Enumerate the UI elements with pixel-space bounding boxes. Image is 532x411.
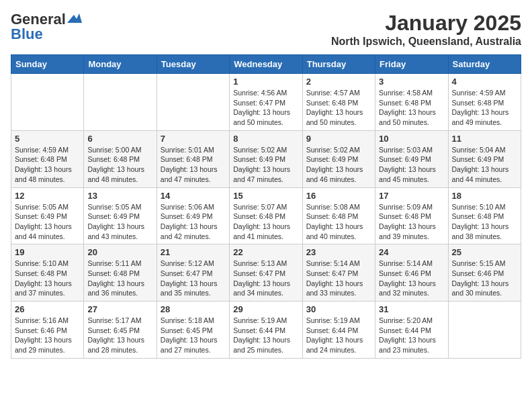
calendar-cell bbox=[11, 74, 84, 131]
cell-sun-info: Sunrise: 4:58 AM Sunset: 6:48 PM Dayligh… bbox=[379, 88, 444, 128]
calendar-cell bbox=[84, 74, 157, 131]
logo-bird-icon bbox=[67, 13, 82, 24]
calendar-cell: 10Sunrise: 5:03 AM Sunset: 6:49 PM Dayli… bbox=[375, 130, 448, 187]
weekday-header: Monday bbox=[84, 55, 157, 74]
calendar-table: SundayMondayTuesdayWednesdayThursdayFrid… bbox=[11, 54, 521, 359]
calendar-cell: 15Sunrise: 5:07 AM Sunset: 6:48 PM Dayli… bbox=[230, 187, 302, 244]
logo-blue: Blue bbox=[11, 26, 43, 43]
cell-sun-info: Sunrise: 5:11 AM Sunset: 6:48 PM Dayligh… bbox=[87, 259, 152, 298]
cell-sun-info: Sunrise: 4:59 AM Sunset: 6:48 PM Dayligh… bbox=[452, 88, 517, 128]
calendar-cell: 27Sunrise: 5:17 AM Sunset: 6:45 PM Dayli… bbox=[84, 302, 157, 359]
calendar-cell: 9Sunrise: 5:02 AM Sunset: 6:49 PM Daylig… bbox=[302, 130, 375, 187]
cell-sun-info: Sunrise: 5:05 AM Sunset: 6:49 PM Dayligh… bbox=[15, 202, 80, 242]
cell-sun-info: Sunrise: 5:07 AM Sunset: 6:48 PM Dayligh… bbox=[233, 202, 298, 242]
calendar-cell: 16Sunrise: 5:08 AM Sunset: 6:48 PM Dayli… bbox=[302, 187, 375, 244]
cell-sun-info: Sunrise: 5:19 AM Sunset: 6:44 PM Dayligh… bbox=[306, 316, 371, 355]
calendar-cell: 18Sunrise: 5:10 AM Sunset: 6:48 PM Dayli… bbox=[448, 187, 521, 244]
cell-date-number: 8 bbox=[233, 134, 298, 144]
cell-sun-info: Sunrise: 5:14 AM Sunset: 6:46 PM Dayligh… bbox=[379, 259, 444, 298]
cell-sun-info: Sunrise: 5:10 AM Sunset: 6:48 PM Dayligh… bbox=[452, 202, 517, 242]
cell-date-number: 5 bbox=[15, 134, 80, 144]
cell-sun-info: Sunrise: 5:19 AM Sunset: 6:44 PM Dayligh… bbox=[233, 316, 298, 355]
cell-sun-info: Sunrise: 5:17 AM Sunset: 6:45 PM Dayligh… bbox=[87, 316, 152, 355]
cell-sun-info: Sunrise: 5:14 AM Sunset: 6:47 PM Dayligh… bbox=[306, 259, 371, 298]
cell-sun-info: Sunrise: 4:59 AM Sunset: 6:48 PM Dayligh… bbox=[15, 145, 80, 185]
cell-date-number: 17 bbox=[379, 191, 444, 201]
cell-sun-info: Sunrise: 4:56 AM Sunset: 6:47 PM Dayligh… bbox=[233, 88, 298, 128]
calendar-cell: 5Sunrise: 4:59 AM Sunset: 6:48 PM Daylig… bbox=[11, 130, 84, 187]
cell-date-number: 24 bbox=[379, 247, 444, 257]
calendar-cell: 31Sunrise: 5:20 AM Sunset: 6:44 PM Dayli… bbox=[375, 302, 448, 359]
cell-sun-info: Sunrise: 5:20 AM Sunset: 6:44 PM Dayligh… bbox=[379, 316, 444, 355]
cell-sun-info: Sunrise: 5:01 AM Sunset: 6:48 PM Dayligh… bbox=[161, 145, 226, 185]
cell-sun-info: Sunrise: 5:18 AM Sunset: 6:45 PM Dayligh… bbox=[161, 316, 226, 355]
calendar-cell: 23Sunrise: 5:14 AM Sunset: 6:47 PM Dayli… bbox=[302, 244, 375, 302]
cell-sun-info: Sunrise: 5:02 AM Sunset: 6:49 PM Dayligh… bbox=[306, 145, 371, 185]
location-subtitle: North Ipswich, Queensland, Australia bbox=[331, 36, 521, 48]
cell-date-number: 23 bbox=[306, 247, 371, 257]
cell-date-number: 12 bbox=[15, 191, 80, 201]
calendar-cell: 11Sunrise: 5:04 AM Sunset: 6:49 PM Dayli… bbox=[448, 130, 521, 187]
svg-marker-0 bbox=[67, 13, 82, 23]
calendar-cell: 17Sunrise: 5:09 AM Sunset: 6:48 PM Dayli… bbox=[375, 187, 448, 244]
cell-date-number: 15 bbox=[233, 191, 298, 201]
calendar-cell: 7Sunrise: 5:01 AM Sunset: 6:48 PM Daylig… bbox=[157, 130, 229, 187]
calendar-week-row: 1Sunrise: 4:56 AM Sunset: 6:47 PM Daylig… bbox=[11, 74, 521, 131]
calendar-week-row: 12Sunrise: 5:05 AM Sunset: 6:49 PM Dayli… bbox=[11, 187, 521, 244]
cell-date-number: 14 bbox=[161, 191, 226, 201]
calendar-cell bbox=[448, 302, 521, 359]
cell-sun-info: Sunrise: 5:10 AM Sunset: 6:48 PM Dayligh… bbox=[15, 259, 80, 298]
cell-date-number: 28 bbox=[161, 304, 226, 314]
logo: General Blue bbox=[11, 11, 82, 43]
weekday-header: Friday bbox=[375, 55, 448, 74]
calendar-cell: 28Sunrise: 5:18 AM Sunset: 6:45 PM Dayli… bbox=[157, 302, 229, 359]
calendar-cell: 30Sunrise: 5:19 AM Sunset: 6:44 PM Dayli… bbox=[302, 302, 375, 359]
cell-sun-info: Sunrise: 5:16 AM Sunset: 6:46 PM Dayligh… bbox=[15, 316, 80, 355]
cell-date-number: 9 bbox=[306, 134, 371, 144]
cell-date-number: 19 bbox=[15, 247, 80, 257]
weekday-header: Tuesday bbox=[157, 55, 229, 74]
cell-date-number: 30 bbox=[306, 304, 371, 314]
cell-date-number: 7 bbox=[161, 134, 226, 144]
cell-date-number: 26 bbox=[15, 304, 80, 314]
cell-date-number: 20 bbox=[87, 247, 152, 257]
cell-date-number: 4 bbox=[452, 77, 517, 87]
cell-date-number: 16 bbox=[306, 191, 371, 201]
calendar-cell: 13Sunrise: 5:05 AM Sunset: 6:49 PM Dayli… bbox=[84, 187, 157, 244]
cell-date-number: 21 bbox=[161, 247, 226, 257]
cell-sun-info: Sunrise: 5:03 AM Sunset: 6:49 PM Dayligh… bbox=[379, 145, 444, 185]
cell-date-number: 6 bbox=[87, 134, 152, 144]
calendar-cell: 6Sunrise: 5:00 AM Sunset: 6:48 PM Daylig… bbox=[84, 130, 157, 187]
cell-date-number: 29 bbox=[233, 304, 298, 314]
calendar-cell: 25Sunrise: 5:15 AM Sunset: 6:46 PM Dayli… bbox=[448, 244, 521, 302]
calendar-cell: 20Sunrise: 5:11 AM Sunset: 6:48 PM Dayli… bbox=[84, 244, 157, 302]
cell-date-number: 31 bbox=[379, 304, 444, 314]
cell-sun-info: Sunrise: 5:02 AM Sunset: 6:49 PM Dayligh… bbox=[233, 145, 298, 185]
calendar-cell: 14Sunrise: 5:06 AM Sunset: 6:49 PM Dayli… bbox=[157, 187, 229, 244]
cell-date-number: 11 bbox=[452, 134, 517, 144]
calendar-week-row: 19Sunrise: 5:10 AM Sunset: 6:48 PM Dayli… bbox=[11, 244, 521, 302]
cell-date-number: 3 bbox=[379, 77, 444, 87]
calendar-cell bbox=[157, 74, 229, 131]
cell-sun-info: Sunrise: 4:57 AM Sunset: 6:48 PM Dayligh… bbox=[306, 88, 371, 128]
calendar-cell: 1Sunrise: 4:56 AM Sunset: 6:47 PM Daylig… bbox=[230, 74, 302, 131]
cell-sun-info: Sunrise: 5:13 AM Sunset: 6:47 PM Dayligh… bbox=[233, 259, 298, 298]
cell-date-number: 1 bbox=[233, 77, 298, 87]
weekday-header: Saturday bbox=[448, 55, 521, 74]
weekday-header: Sunday bbox=[11, 55, 84, 74]
page-header: General Blue January 2025 North Ipswich,… bbox=[11, 11, 521, 48]
cell-date-number: 13 bbox=[87, 191, 152, 201]
cell-date-number: 2 bbox=[306, 77, 371, 87]
cell-date-number: 22 bbox=[233, 247, 298, 257]
calendar-cell: 21Sunrise: 5:12 AM Sunset: 6:47 PM Dayli… bbox=[157, 244, 229, 302]
cell-date-number: 18 bbox=[452, 191, 517, 201]
calendar-cell: 19Sunrise: 5:10 AM Sunset: 6:48 PM Dayli… bbox=[11, 244, 84, 302]
calendar-cell: 22Sunrise: 5:13 AM Sunset: 6:47 PM Dayli… bbox=[230, 244, 302, 302]
cell-date-number: 25 bbox=[452, 247, 517, 257]
cell-sun-info: Sunrise: 5:05 AM Sunset: 6:49 PM Dayligh… bbox=[87, 202, 152, 242]
calendar-cell: 2Sunrise: 4:57 AM Sunset: 6:48 PM Daylig… bbox=[302, 74, 375, 131]
cell-sun-info: Sunrise: 5:04 AM Sunset: 6:49 PM Dayligh… bbox=[452, 145, 517, 185]
calendar-week-row: 26Sunrise: 5:16 AM Sunset: 6:46 PM Dayli… bbox=[11, 302, 521, 359]
calendar-cell: 12Sunrise: 5:05 AM Sunset: 6:49 PM Dayli… bbox=[11, 187, 84, 244]
weekday-header: Thursday bbox=[302, 55, 375, 74]
